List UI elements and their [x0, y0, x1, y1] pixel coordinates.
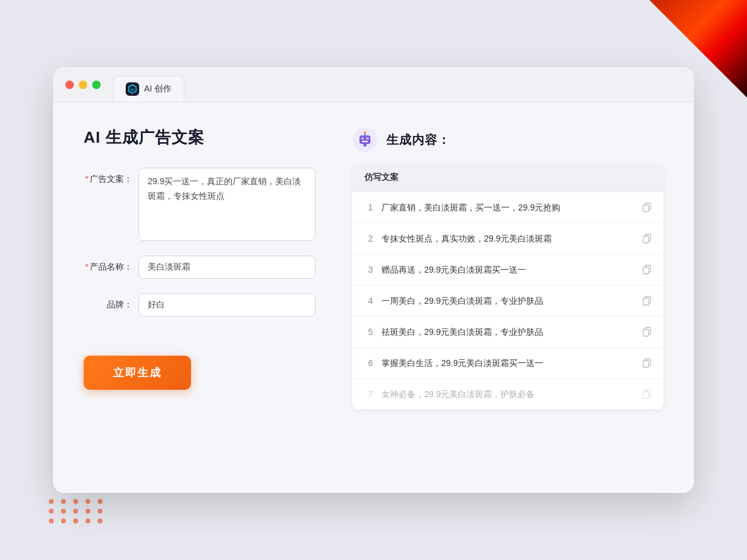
minimize-button[interactable]: [79, 81, 87, 89]
window-controls: [65, 76, 101, 102]
svg-text:AI: AI: [131, 88, 134, 92]
row-number: 2: [362, 234, 373, 243]
row-number: 6: [362, 358, 373, 368]
table-row: 7 女神必备，29.9元美白淡斑霜，护肤必备: [352, 379, 663, 409]
required-star-1: *: [85, 174, 88, 184]
maximize-button[interactable]: [92, 81, 101, 89]
svg-rect-17: [643, 267, 649, 274]
table-row: 2 专抹女性斑点，真实功效，29.9元美白淡斑霜: [352, 223, 663, 254]
row-text: 一周美白，29.9元美白淡斑霜，专业护肤品: [381, 295, 632, 307]
svg-point-6: [362, 138, 363, 139]
product-name-label: *产品名称：: [84, 256, 132, 273]
ai-tab[interactable]: AI AI 创作: [113, 76, 184, 102]
copy-icon[interactable]: [640, 356, 654, 370]
table-row: 5 祛斑美白，29.9元美白淡斑霜，专业护肤品: [352, 317, 663, 348]
svg-rect-23: [643, 361, 649, 367]
row-number: 5: [362, 327, 373, 337]
generate-button[interactable]: 立即生成: [84, 356, 191, 390]
panel-title: AI 生成广告文案: [84, 127, 316, 148]
right-panel: 生成内容： 仿写文案 1 厂家直销，美白淡斑霜，买一送一，29.9元抢购 2 专…: [352, 127, 663, 468]
table-row: 4 一周美白，29.9元美白淡斑霜，专业护肤品: [352, 285, 663, 317]
results-header: 仿写文案: [352, 163, 663, 192]
row-text: 掌握美白生活，29.9元美白淡斑霜买一送一: [381, 357, 632, 370]
robot-icon: [352, 127, 378, 153]
copy-icon[interactable]: [640, 201, 654, 214]
table-row: 6 掌握美白生活，29.9元美白淡斑霜买一送一: [352, 348, 663, 379]
row-text: 赠品再送，29.9元美白淡斑霜买一送一: [381, 264, 632, 276]
results-table: 仿写文案 1 厂家直销，美白淡斑霜，买一送一，29.9元抢购 2 专抹女性斑点，…: [352, 163, 663, 409]
title-bar: AI AI 创作: [53, 67, 694, 102]
left-panel: AI 生成广告文案 *广告文案： 29.9买一送一，真正的厂家直销，美白淡斑霜，…: [84, 127, 316, 468]
row-number: 3: [362, 265, 373, 275]
svg-rect-25: [643, 392, 649, 398]
ad-copy-group: *广告文案： 29.9买一送一，真正的厂家直销，美白淡斑霜，专抹女性斑点: [84, 168, 316, 241]
svg-point-7: [367, 138, 368, 139]
product-name-group: *产品名称：: [84, 256, 316, 279]
row-text: 祛斑美白，29.9元美白淡斑霜，专业护肤品: [381, 326, 632, 339]
brand-group: 品牌：: [84, 293, 316, 317]
svg-rect-3: [359, 135, 370, 144]
svg-rect-19: [643, 298, 649, 305]
copy-icon[interactable]: [640, 294, 654, 307]
svg-rect-11: [363, 144, 367, 146]
row-number: 1: [362, 203, 373, 212]
brand-input[interactable]: [139, 293, 316, 317]
ad-copy-input[interactable]: 29.9买一送一，真正的厂家直销，美白淡斑霜，专抹女性斑点: [139, 168, 316, 241]
bg-decoration-dots: [49, 499, 105, 523]
required-star-2: *: [85, 262, 88, 271]
svg-rect-13: [643, 205, 649, 212]
copy-icon[interactable]: [640, 325, 654, 339]
ad-copy-label: *广告文案：: [84, 168, 132, 185]
tab-label: AI 创作: [144, 84, 171, 95]
table-row: 1 厂家直销，美白淡斑霜，买一送一，29.9元抢购: [352, 192, 663, 223]
row-number: 7: [362, 389, 373, 399]
copy-icon[interactable]: [640, 387, 654, 401]
row-text: 厂家直销，美白淡斑霜，买一送一，29.9元抢购: [381, 201, 632, 214]
svg-rect-21: [643, 329, 649, 336]
results-container: 1 厂家直销，美白淡斑霜，买一送一，29.9元抢购 2 专抹女性斑点，真实功效，…: [352, 192, 663, 409]
close-button[interactable]: [65, 81, 74, 89]
svg-point-10: [364, 131, 366, 134]
right-panel-title: 生成内容：: [386, 132, 450, 148]
copy-icon[interactable]: [640, 232, 654, 245]
row-text: 女神必备，29.9元美白淡斑霜，护肤必备: [381, 388, 632, 401]
tab-ai-icon: AI: [126, 82, 139, 96]
table-row: 3 赠品再送，29.9元美白淡斑霜买一送一: [352, 254, 663, 285]
browser-window: AI AI 创作 AI 生成广告文案 *广告文案： 29.9买一送一，真正的厂家…: [53, 67, 694, 493]
product-name-input[interactable]: [139, 256, 316, 279]
svg-rect-8: [362, 141, 368, 142]
row-number: 4: [362, 296, 373, 306]
main-content: AI 生成广告文案 *广告文案： 29.9买一送一，真正的厂家直销，美白淡斑霜，…: [53, 102, 694, 493]
right-header: 生成内容：: [352, 127, 663, 153]
row-text: 专抹女性斑点，真实功效，29.9元美白淡斑霜: [381, 232, 632, 245]
copy-icon[interactable]: [640, 263, 654, 276]
svg-rect-15: [643, 236, 649, 243]
brand-label: 品牌：: [84, 293, 132, 311]
